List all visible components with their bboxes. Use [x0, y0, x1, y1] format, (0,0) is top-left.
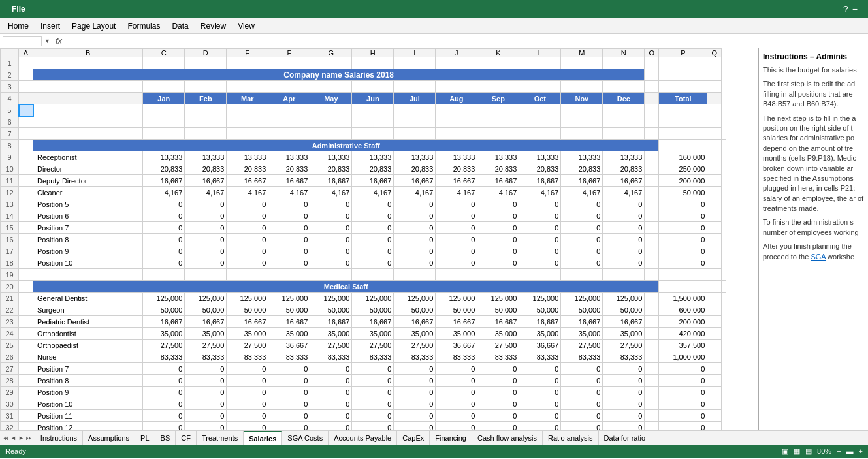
cell-16-3[interactable]: 0 — [268, 234, 310, 245]
cell-11-10[interactable]: 16,667 — [561, 175, 603, 187]
cell-23-9[interactable]: 16,667 — [519, 316, 561, 328]
cell-18-11[interactable]: 0 — [603, 257, 645, 269]
cell-28o[interactable] — [645, 375, 659, 387]
admin-staff-header[interactable]: Administrative Staff — [33, 140, 659, 151]
cell-27-3[interactable]: 0 — [268, 363, 310, 375]
empty-cell[interactable] — [561, 104, 603, 116]
cell-18-8[interactable]: 0 — [477, 257, 519, 269]
cell-24-9[interactable]: 35,000 — [519, 328, 561, 340]
cell-17-11[interactable]: 0 — [603, 245, 645, 257]
cell-20a[interactable] — [19, 281, 33, 293]
cell-11-8[interactable]: 16,667 — [477, 175, 519, 187]
cell-14-3[interactable]: 0 — [268, 210, 310, 222]
cell-29-6[interactable]: 0 — [394, 387, 436, 398]
cell-13-2[interactable]: 0 — [227, 198, 268, 210]
cell-17-2[interactable]: 0 — [227, 245, 268, 257]
month-header-Sep[interactable]: Sep — [477, 93, 519, 104]
cell-30-10[interactable]: 0 — [561, 398, 603, 410]
cell-29q[interactable] — [707, 387, 722, 398]
cell-4a[interactable] — [19, 93, 33, 104]
cell-16-8[interactable]: 0 — [477, 234, 519, 245]
cell-26-11[interactable]: 83,333 — [603, 351, 645, 363]
tab-nav-prev[interactable]: ◄ — [10, 435, 17, 441]
cell-15o[interactable] — [645, 222, 659, 234]
cell-14a[interactable] — [19, 210, 33, 222]
cell-21a[interactable] — [19, 293, 33, 304]
row-label-11[interactable]: Deputy Director — [33, 175, 143, 187]
row-label-23[interactable]: Pediatric Dentist — [33, 316, 143, 328]
empty-cell[interactable] — [143, 81, 185, 93]
empty-cell[interactable] — [561, 128, 603, 140]
cell-26-7[interactable]: 83,333 — [436, 351, 477, 363]
month-header-Jul[interactable]: Jul — [394, 93, 436, 104]
cell-21q[interactable] — [707, 293, 722, 304]
cell-22-0[interactable]: 50,000 — [143, 304, 185, 316]
empty-cell[interactable] — [659, 116, 707, 128]
cell-12o[interactable] — [645, 187, 659, 198]
cell-15-7[interactable]: 0 — [436, 222, 477, 234]
cell-26-2[interactable]: 83,333 — [227, 351, 268, 363]
row-label-15[interactable]: Position 7 — [33, 222, 143, 234]
cell-13-7[interactable]: 0 — [436, 198, 477, 210]
sheet-tab-salaries[interactable]: Salaries — [244, 431, 282, 445]
empty-cell[interactable] — [268, 104, 310, 116]
cell-30-11[interactable]: 0 — [603, 398, 645, 410]
empty-cell[interactable] — [477, 104, 519, 116]
total-27[interactable]: 0 — [659, 363, 707, 375]
empty-cell[interactable] — [707, 104, 722, 116]
empty-cell[interactable] — [310, 81, 352, 93]
cell-13-10[interactable]: 0 — [561, 198, 603, 210]
menu-item-data[interactable]: Data — [167, 20, 193, 32]
total-9[interactable]: 160,000 — [659, 151, 707, 163]
medical-staff-header[interactable]: Medical Staff — [33, 281, 659, 293]
cell-11a[interactable] — [19, 175, 33, 187]
month-header-Aug[interactable]: Aug — [436, 93, 477, 104]
empty-cell[interactable] — [519, 57, 561, 69]
cell-11o[interactable] — [645, 175, 659, 187]
empty-cell[interactable] — [707, 81, 722, 93]
row-label-30[interactable]: Position 10 — [33, 398, 143, 410]
empty-cell[interactable] — [519, 128, 561, 140]
cell-14-10[interactable]: 0 — [561, 210, 603, 222]
cell-28-0[interactable]: 0 — [143, 375, 185, 387]
cell-17-0[interactable]: 0 — [143, 245, 185, 257]
empty-cell[interactable] — [707, 269, 722, 281]
cell-29-3[interactable]: 0 — [268, 387, 310, 398]
row-label-28[interactable]: Position 8 — [33, 375, 143, 387]
cell-12-5[interactable]: 4,167 — [352, 187, 394, 198]
view-break-icon[interactable]: ▤ — [805, 447, 812, 456]
cell-13q[interactable] — [707, 198, 722, 210]
empty-cell[interactable] — [268, 57, 310, 69]
cell-18-5[interactable]: 0 — [352, 257, 394, 269]
cell-24-3[interactable]: 35,000 — [268, 328, 310, 340]
cell-14-6[interactable]: 0 — [394, 210, 436, 222]
zoom-in-icon[interactable]: + — [859, 447, 863, 455]
cell-23-10[interactable]: 16,667 — [561, 316, 603, 328]
cell-15-5[interactable]: 0 — [352, 222, 394, 234]
cell-8q[interactable] — [722, 140, 726, 151]
cell-32-6[interactable]: 0 — [394, 422, 436, 431]
cell-15-3[interactable]: 0 — [268, 222, 310, 234]
cell-27-2[interactable]: 0 — [227, 363, 268, 375]
cell-23-4[interactable]: 16,667 — [310, 316, 352, 328]
cell-17-5[interactable]: 0 — [352, 245, 394, 257]
cell-4b[interactable] — [33, 93, 143, 104]
cell-21-11[interactable]: 125,000 — [603, 293, 645, 304]
grid-container[interactable]: A B C D E F G H I J K L M N O P Q — [0, 48, 758, 430]
cell-31-10[interactable]: 0 — [561, 410, 603, 422]
cell-18-0[interactable]: 0 — [143, 257, 185, 269]
cell-20q[interactable] — [722, 281, 726, 293]
cell-25-5[interactable]: 27,500 — [352, 340, 394, 351]
cell-9o[interactable] — [645, 151, 659, 163]
cell-17q[interactable] — [707, 245, 722, 257]
total-17[interactable]: 0 — [659, 245, 707, 257]
empty-cell[interactable] — [477, 269, 519, 281]
cell-25-6[interactable]: 27,500 — [394, 340, 436, 351]
cell-25-10[interactable]: 27,500 — [561, 340, 603, 351]
row-label-24[interactable]: Orthodontist — [33, 328, 143, 340]
cell-18-2[interactable]: 0 — [227, 257, 268, 269]
cell-24-8[interactable]: 35,000 — [477, 328, 519, 340]
spreadsheet-title[interactable]: Company name Salaries 2018 — [33, 69, 645, 81]
cell-24q[interactable] — [707, 328, 722, 340]
cell-22-6[interactable]: 50,000 — [394, 304, 436, 316]
